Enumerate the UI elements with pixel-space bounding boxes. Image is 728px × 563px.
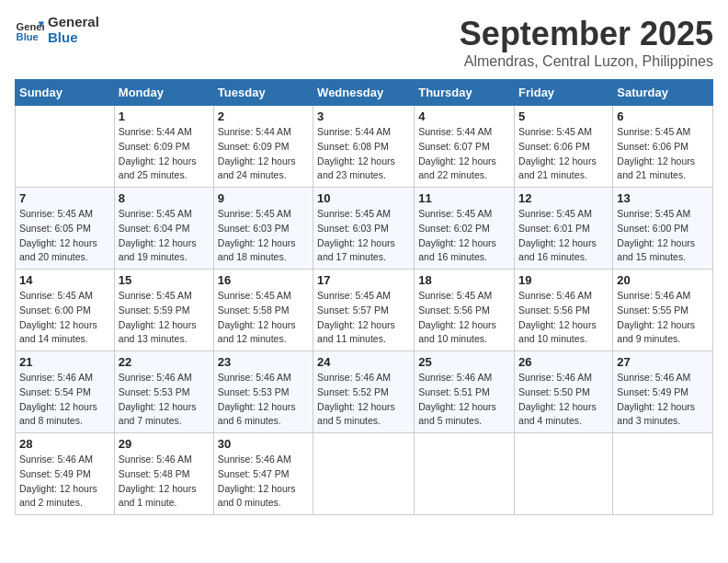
calendar-cell: 20Sunrise: 5:46 AM Sunset: 5:55 PM Dayli… (613, 270, 713, 351)
day-number: 15 (119, 273, 210, 287)
day-number: 18 (418, 273, 510, 287)
day-info: Sunrise: 5:46 AM Sunset: 5:48 PM Dayligh… (119, 453, 210, 511)
calendar-cell: 28Sunrise: 5:46 AM Sunset: 5:49 PM Dayli… (16, 433, 115, 515)
day-number: 9 (218, 191, 309, 205)
day-number: 12 (518, 191, 609, 205)
calendar-table: SundayMondayTuesdayWednesdayThursdayFrid… (15, 79, 713, 515)
day-info: Sunrise: 5:46 AM Sunset: 5:54 PM Dayligh… (19, 371, 110, 429)
weekday-header: Sunday (16, 80, 115, 106)
calendar-cell (16, 106, 115, 188)
day-number: 26 (518, 355, 609, 369)
calendar-cell: 27Sunrise: 5:46 AM Sunset: 5:49 PM Dayli… (613, 351, 713, 433)
day-number: 19 (518, 273, 609, 287)
day-info: Sunrise: 5:46 AM Sunset: 5:56 PM Dayligh… (518, 289, 609, 347)
day-number: 24 (317, 355, 410, 369)
day-info: Sunrise: 5:46 AM Sunset: 5:49 PM Dayligh… (617, 371, 709, 429)
day-number: 14 (19, 273, 110, 287)
calendar-cell: 30Sunrise: 5:46 AM Sunset: 5:47 PM Dayli… (213, 433, 313, 515)
calendar-cell: 12Sunrise: 5:45 AM Sunset: 6:01 PM Dayli… (515, 188, 613, 270)
calendar-cell: 5Sunrise: 5:45 AM Sunset: 6:06 PM Daylig… (515, 106, 613, 188)
day-info: Sunrise: 5:46 AM Sunset: 5:49 PM Dayligh… (19, 453, 110, 511)
day-number: 25 (418, 355, 510, 369)
calendar-cell: 13Sunrise: 5:45 AM Sunset: 6:00 PM Dayli… (613, 188, 713, 270)
calendar-cell: 18Sunrise: 5:45 AM Sunset: 5:56 PM Dayli… (415, 270, 515, 351)
day-info: Sunrise: 5:45 AM Sunset: 5:58 PM Dayligh… (218, 289, 309, 347)
day-info: Sunrise: 5:45 AM Sunset: 6:00 PM Dayligh… (19, 289, 110, 347)
day-info: Sunrise: 5:45 AM Sunset: 5:59 PM Dayligh… (119, 289, 210, 347)
day-info: Sunrise: 5:46 AM Sunset: 5:51 PM Dayligh… (418, 371, 510, 429)
day-info: Sunrise: 5:45 AM Sunset: 5:56 PM Dayligh… (418, 289, 510, 347)
calendar-cell: 7Sunrise: 5:45 AM Sunset: 6:05 PM Daylig… (16, 188, 115, 270)
calendar-cell: 24Sunrise: 5:46 AM Sunset: 5:52 PM Dayli… (313, 351, 415, 433)
calendar-cell: 9Sunrise: 5:45 AM Sunset: 6:03 PM Daylig… (213, 188, 313, 270)
day-info: Sunrise: 5:45 AM Sunset: 6:06 PM Dayligh… (617, 125, 709, 183)
day-number: 29 (119, 437, 210, 451)
day-info: Sunrise: 5:46 AM Sunset: 5:47 PM Dayligh… (218, 453, 309, 511)
calendar-cell (313, 433, 415, 515)
weekday-header: Thursday (415, 80, 515, 106)
day-number: 28 (19, 437, 110, 451)
day-number: 2 (218, 109, 309, 123)
day-number: 10 (317, 191, 410, 205)
day-number: 1 (119, 109, 210, 123)
weekday-header: Tuesday (213, 80, 313, 106)
day-number: 23 (218, 355, 309, 369)
day-info: Sunrise: 5:44 AM Sunset: 6:08 PM Dayligh… (317, 125, 410, 183)
day-number: 16 (218, 273, 309, 287)
calendar-cell (613, 433, 713, 515)
logo: General Blue General Blue (15, 15, 99, 45)
calendar-cell: 19Sunrise: 5:46 AM Sunset: 5:56 PM Dayli… (515, 270, 613, 351)
day-number: 4 (418, 109, 510, 123)
day-number: 22 (119, 355, 210, 369)
day-number: 30 (218, 437, 309, 451)
day-info: Sunrise: 5:46 AM Sunset: 5:55 PM Dayligh… (617, 289, 709, 347)
day-info: Sunrise: 5:45 AM Sunset: 5:57 PM Dayligh… (317, 289, 410, 347)
calendar-cell: 26Sunrise: 5:46 AM Sunset: 5:50 PM Dayli… (515, 351, 613, 433)
day-number: 11 (418, 191, 510, 205)
day-info: Sunrise: 5:45 AM Sunset: 6:06 PM Dayligh… (518, 125, 609, 183)
weekday-header: Wednesday (313, 80, 415, 106)
day-number: 5 (518, 109, 609, 123)
day-info: Sunrise: 5:46 AM Sunset: 5:53 PM Dayligh… (218, 371, 309, 429)
calendar-cell: 15Sunrise: 5:45 AM Sunset: 5:59 PM Dayli… (114, 270, 213, 351)
calendar-header: SundayMondayTuesdayWednesdayThursdayFrid… (16, 80, 713, 106)
calendar-cell: 1Sunrise: 5:44 AM Sunset: 6:09 PM Daylig… (114, 106, 213, 188)
calendar-cell: 22Sunrise: 5:46 AM Sunset: 5:53 PM Dayli… (114, 351, 213, 433)
calendar-cell: 29Sunrise: 5:46 AM Sunset: 5:48 PM Dayli… (114, 433, 213, 515)
calendar-cell: 17Sunrise: 5:45 AM Sunset: 5:57 PM Dayli… (313, 270, 415, 351)
day-info: Sunrise: 5:45 AM Sunset: 6:01 PM Dayligh… (518, 207, 609, 265)
weekday-header: Saturday (613, 80, 713, 106)
calendar-cell: 11Sunrise: 5:45 AM Sunset: 6:02 PM Dayli… (415, 188, 515, 270)
day-number: 13 (617, 191, 709, 205)
day-info: Sunrise: 5:44 AM Sunset: 6:07 PM Dayligh… (418, 125, 510, 183)
day-info: Sunrise: 5:46 AM Sunset: 5:53 PM Dayligh… (119, 371, 210, 429)
calendar-cell: 2Sunrise: 5:44 AM Sunset: 6:09 PM Daylig… (213, 106, 313, 188)
location-subtitle: Almendras, Central Luzon, Philippines (460, 53, 713, 70)
day-info: Sunrise: 5:45 AM Sunset: 6:02 PM Dayligh… (418, 207, 510, 265)
calendar-cell: 8Sunrise: 5:45 AM Sunset: 6:04 PM Daylig… (114, 188, 213, 270)
day-number: 21 (19, 355, 110, 369)
calendar-cell: 16Sunrise: 5:45 AM Sunset: 5:58 PM Dayli… (213, 270, 313, 351)
calendar-cell: 6Sunrise: 5:45 AM Sunset: 6:06 PM Daylig… (613, 106, 713, 188)
logo-icon: General Blue (15, 16, 44, 45)
weekday-header: Monday (114, 80, 213, 106)
weekday-header: Friday (515, 80, 613, 106)
day-number: 6 (617, 109, 709, 123)
page-header: General Blue General Blue September 2025… (15, 15, 713, 70)
month-title: September 2025 (460, 15, 713, 53)
calendar-cell (515, 433, 613, 515)
day-info: Sunrise: 5:45 AM Sunset: 6:03 PM Dayligh… (317, 207, 410, 265)
calendar-cell: 25Sunrise: 5:46 AM Sunset: 5:51 PM Dayli… (415, 351, 515, 433)
day-info: Sunrise: 5:45 AM Sunset: 6:00 PM Dayligh… (617, 207, 709, 265)
day-info: Sunrise: 5:46 AM Sunset: 5:52 PM Dayligh… (317, 371, 410, 429)
day-info: Sunrise: 5:44 AM Sunset: 6:09 PM Dayligh… (218, 125, 309, 183)
calendar-cell: 23Sunrise: 5:46 AM Sunset: 5:53 PM Dayli… (213, 351, 313, 433)
day-number: 20 (617, 273, 709, 287)
day-info: Sunrise: 5:45 AM Sunset: 6:03 PM Dayligh… (218, 207, 309, 265)
logo-line1: General (48, 15, 99, 30)
calendar-cell: 4Sunrise: 5:44 AM Sunset: 6:07 PM Daylig… (415, 106, 515, 188)
logo-line2: Blue (48, 30, 99, 46)
calendar-cell: 21Sunrise: 5:46 AM Sunset: 5:54 PM Dayli… (16, 351, 115, 433)
day-info: Sunrise: 5:45 AM Sunset: 6:05 PM Dayligh… (19, 207, 110, 265)
day-info: Sunrise: 5:44 AM Sunset: 6:09 PM Dayligh… (119, 125, 210, 183)
